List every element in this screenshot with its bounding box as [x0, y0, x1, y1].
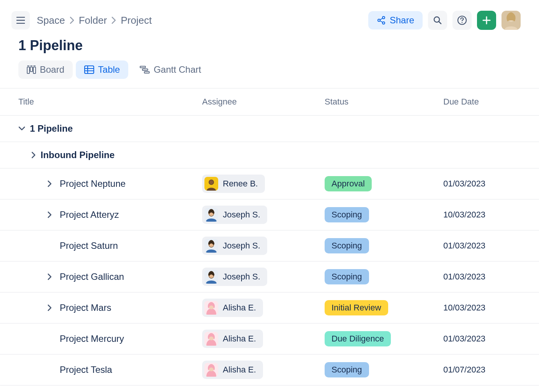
help-button[interactable] — [452, 11, 472, 30]
assignee-chip[interactable]: Joseph S. — [202, 237, 267, 255]
due-date: 01/03/2023 — [443, 179, 521, 189]
svg-rect-15 — [140, 66, 145, 68]
tab-gantt[interactable]: Gantt Chart — [131, 60, 209, 79]
svg-point-1 — [382, 16, 385, 19]
row-title: Project Mars — [60, 302, 111, 313]
svg-point-2 — [382, 22, 385, 24]
assignee-name: Alisha E. — [223, 334, 256, 344]
svg-rect-9 — [30, 67, 33, 72]
avatar-icon — [501, 11, 521, 30]
tab-label: Gantt Chart — [154, 64, 201, 75]
table-row[interactable]: Project Saturn Joseph S. Scoping 01/03/2… — [0, 230, 539, 261]
due-date: 10/03/2023 — [443, 210, 521, 220]
table-row[interactable]: Project Atteryz Joseph S. Scoping 10/03/… — [0, 199, 539, 230]
avatar-icon — [204, 301, 218, 315]
breadcrumb: Space Folder Project — [37, 15, 152, 26]
assignee-name: Joseph S. — [223, 241, 260, 251]
expand-toggle[interactable] — [44, 211, 55, 218]
breadcrumb-item[interactable]: Folder — [79, 15, 107, 26]
avatar-icon — [204, 363, 218, 377]
avatar-icon — [204, 177, 218, 191]
search-button[interactable] — [428, 11, 447, 30]
expand-toggle[interactable] — [44, 273, 55, 280]
table-row[interactable]: Project Mars Alisha E. Initial Review 10… — [0, 292, 539, 323]
col-status[interactable]: Status — [325, 97, 443, 107]
add-button[interactable] — [477, 11, 496, 30]
plus-icon — [482, 16, 491, 24]
row-title: Project Gallican — [60, 271, 124, 282]
status-badge[interactable]: Scoping — [325, 269, 369, 284]
expand-toggle[interactable] — [44, 180, 55, 187]
svg-rect-17 — [144, 72, 149, 73]
share-label: Share — [390, 15, 414, 26]
view-tabs: Board Table Gantt Chart — [0, 60, 539, 88]
chevron-right-icon — [70, 16, 74, 24]
chevron-right-icon — [111, 16, 116, 24]
assignee-chip[interactable]: Alisha E. — [202, 330, 263, 348]
subgroup-row[interactable]: Inbound Pipeline — [0, 142, 539, 168]
assignee-chip[interactable]: Joseph S. — [202, 268, 267, 286]
due-date: 01/07/2023 — [443, 365, 521, 375]
avatar-icon — [204, 332, 218, 346]
status-badge[interactable]: Due Diligence — [325, 331, 391, 346]
table-row[interactable]: Project Mercury Alisha E. Due Diligence … — [0, 323, 539, 354]
svg-rect-13 — [33, 65, 36, 66]
breadcrumb-item[interactable]: Project — [121, 15, 152, 26]
due-date: 01/03/2023 — [443, 241, 521, 251]
status-badge[interactable]: Scoping — [325, 207, 369, 222]
row-title: Project Saturn — [60, 240, 118, 251]
status-badge[interactable]: Initial Review — [325, 300, 388, 315]
share-button[interactable]: Share — [368, 11, 423, 29]
table-header: Title Assignee Status Due Date — [0, 88, 539, 116]
share-icon — [377, 16, 386, 25]
table-icon — [84, 65, 94, 74]
assignee-chip[interactable]: Alisha E. — [202, 299, 263, 317]
svg-rect-16 — [142, 69, 148, 70]
chevron-right-icon — [31, 152, 36, 158]
svg-rect-8 — [27, 67, 29, 74]
tab-table[interactable]: Table — [76, 60, 128, 79]
tab-board[interactable]: Board — [18, 60, 73, 79]
row-title: Project Atteryz — [60, 209, 119, 220]
chevron-down-icon — [18, 126, 25, 131]
help-icon — [457, 15, 467, 25]
group-title: 1 Pipeline — [30, 123, 73, 134]
assignee-name: Alisha E. — [223, 365, 256, 375]
svg-rect-11 — [27, 65, 29, 66]
table-row[interactable]: Project Tesla Alisha E. Scoping 01/07/20… — [0, 354, 539, 385]
col-due-date[interactable]: Due Date — [443, 97, 521, 107]
svg-rect-14 — [85, 66, 94, 74]
assignee-name: Joseph S. — [223, 272, 260, 282]
gantt-icon — [140, 65, 150, 74]
status-badge[interactable]: Scoping — [325, 238, 369, 253]
main-menu-button[interactable] — [11, 11, 30, 29]
avatar-icon — [204, 270, 218, 284]
assignee-name: Alisha E. — [223, 303, 256, 313]
avatar-icon — [204, 208, 218, 222]
subgroup-title: Inbound Pipeline — [41, 150, 114, 160]
due-date: 01/03/2023 — [443, 272, 521, 282]
svg-point-5 — [462, 22, 463, 23]
svg-point-0 — [378, 19, 380, 21]
assignee-name: Joseph S. — [223, 210, 260, 220]
col-title[interactable]: Title — [18, 97, 202, 107]
user-avatar[interactable] — [501, 11, 521, 30]
due-date: 01/03/2023 — [443, 334, 521, 344]
col-assignee[interactable]: Assignee — [202, 97, 325, 107]
board-icon — [27, 65, 36, 74]
status-badge[interactable]: Scoping — [325, 362, 369, 377]
assignee-chip[interactable]: Alisha E. — [202, 361, 263, 379]
assignee-chip[interactable]: Joseph S. — [202, 206, 267, 224]
svg-rect-10 — [33, 67, 36, 74]
expand-toggle[interactable] — [44, 304, 55, 311]
assignee-chip[interactable]: Renee B. — [202, 175, 265, 193]
status-badge[interactable]: Approval — [325, 176, 372, 191]
row-title: Project Mercury — [60, 333, 124, 344]
table-row[interactable]: Project Gallican Joseph S. Scoping 01/03… — [0, 261, 539, 292]
search-icon — [433, 16, 442, 25]
breadcrumb-item[interactable]: Space — [37, 15, 65, 26]
row-title: Project Neptune — [60, 178, 126, 189]
table-row[interactable]: Project Neptune Renee B. Approval 01/03/… — [0, 168, 539, 199]
assignee-name: Renee B. — [223, 179, 258, 189]
group-row[interactable]: 1 Pipeline — [0, 116, 539, 142]
